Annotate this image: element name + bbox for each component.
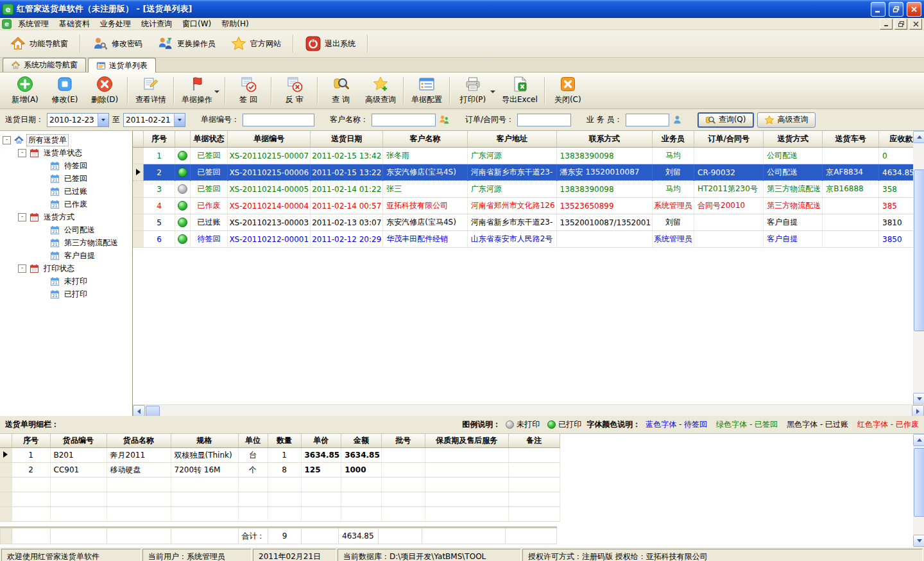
column-header[interactable]: 单据编号 bbox=[228, 131, 311, 148]
order-row[interactable]: 3已签回XS-20110214-000052011-02-14 01:22张三广… bbox=[133, 181, 924, 198]
scroll-down-button[interactable] bbox=[913, 393, 924, 405]
dropdown-arrow-icon[interactable] bbox=[490, 86, 497, 95]
menu-item[interactable]: 窗口(W) bbox=[177, 18, 216, 30]
column-header[interactable]: 规格 bbox=[171, 434, 238, 448]
toolbar-button[interactable]: 反 审 bbox=[275, 74, 314, 107]
column-header[interactable]: 送货方式 bbox=[764, 131, 823, 148]
tree-item[interactable]: 21已签回 bbox=[0, 172, 132, 185]
tree-expander-icon[interactable]: - bbox=[18, 264, 26, 273]
menu-item[interactable]: 帮助(H) bbox=[216, 18, 253, 30]
column-header[interactable]: 序号 bbox=[12, 434, 50, 448]
column-header[interactable]: 批号 bbox=[381, 434, 425, 448]
date-from-value[interactable] bbox=[47, 114, 98, 126]
quickbar-button[interactable]: 功能导航窗 bbox=[4, 33, 74, 55]
toolbar-button[interactable]: 单据配置 bbox=[407, 74, 447, 107]
column-header[interactable]: 客户地址 bbox=[467, 131, 556, 148]
query-button[interactable]: 查询(Q) bbox=[697, 112, 754, 128]
column-header[interactable]: 订单/合同号 bbox=[694, 131, 764, 148]
tree-expander-icon[interactable]: - bbox=[3, 136, 11, 144]
menu-item[interactable]: 业务处理 bbox=[95, 18, 136, 30]
order-input[interactable] bbox=[517, 114, 571, 126]
toolbar-button[interactable]: 查看详情 bbox=[131, 74, 171, 107]
toolbar-button[interactable]: 查 询 bbox=[321, 74, 361, 107]
scroll-thumb[interactable] bbox=[914, 169, 924, 331]
tree-expander-icon[interactable]: - bbox=[18, 213, 26, 221]
toolbar-button[interactable]: 导出Excel bbox=[498, 74, 542, 107]
tree-item[interactable]: 21已过账 bbox=[0, 185, 132, 198]
mdi-restore-button[interactable] bbox=[894, 19, 907, 30]
close-button[interactable] bbox=[907, 2, 921, 17]
scroll-track[interactable] bbox=[913, 143, 924, 393]
quickbar-button[interactable]: 官方网站 bbox=[225, 33, 287, 55]
column-header[interactable]: 货品编号 bbox=[50, 434, 107, 448]
column-header[interactable]: 业务员 bbox=[653, 131, 694, 148]
docno-input[interactable] bbox=[243, 114, 314, 126]
scroll-thumb[interactable] bbox=[914, 448, 924, 517]
quickbar-button[interactable]: 退出系统 bbox=[299, 33, 362, 55]
column-header[interactable]: 客户名称 bbox=[383, 131, 467, 148]
vertical-scrollbar[interactable] bbox=[913, 131, 924, 405]
column-header[interactable]: 保质期及售后服务 bbox=[425, 434, 508, 448]
date-to-value[interactable] bbox=[124, 114, 174, 126]
toolbar-button[interactable]: 高级查询 bbox=[361, 74, 400, 107]
order-row[interactable]: 2已签回XS-20110215-000062011-02-15 13:22东安汽… bbox=[133, 164, 924, 181]
column-header[interactable]: 联系方式 bbox=[556, 131, 652, 148]
toolbar-button[interactable]: 关闭(C) bbox=[548, 74, 588, 107]
toolbar-button[interactable]: 打印(P) bbox=[453, 74, 493, 107]
order-row[interactable]: 6待签回XS-20110212-000012011-02-12 20:29华茂丰… bbox=[133, 231, 924, 248]
detail-row[interactable] bbox=[0, 478, 560, 492]
menu-item[interactable]: 基础资料 bbox=[54, 18, 95, 30]
detail-vertical-scrollbar[interactable] bbox=[913, 434, 924, 547]
toolbar-button[interactable]: 单据操作 bbox=[177, 74, 217, 107]
tree-expander-icon[interactable]: - bbox=[18, 149, 26, 157]
scroll-thumb[interactable] bbox=[146, 406, 160, 416]
column-header[interactable]: 单位 bbox=[238, 434, 268, 448]
salesman-picker-icon[interactable] bbox=[672, 115, 682, 125]
tree-item[interactable]: 21第三方物流配送 bbox=[0, 236, 132, 249]
tree-item[interactable]: 21客户自提 bbox=[0, 249, 132, 262]
scroll-right-button[interactable] bbox=[912, 405, 924, 416]
tree-item[interactable]: -所有送货单 bbox=[0, 134, 132, 146]
tree-item[interactable]: 21已作废 bbox=[0, 198, 132, 211]
scroll-track[interactable] bbox=[160, 405, 912, 416]
dropdown-arrow-icon[interactable] bbox=[214, 86, 221, 95]
adv-query-button[interactable]: 高级查询 bbox=[757, 112, 816, 128]
column-header[interactable]: 备注 bbox=[508, 434, 560, 448]
scroll-left-button[interactable] bbox=[133, 405, 145, 416]
scroll-down-button[interactable] bbox=[913, 535, 924, 547]
detail-row[interactable]: 2CC901移动硬盘7200转 16M个81251000 bbox=[0, 463, 560, 478]
chevron-down-icon[interactable] bbox=[174, 114, 185, 126]
toolbar-button[interactable]: 签 回 bbox=[228, 74, 268, 107]
tree-item[interactable]: 21已打印 bbox=[0, 288, 132, 300]
column-header[interactable]: 送货车号 bbox=[823, 131, 879, 148]
order-row[interactable]: 1已签回XS-20110215-000072011-02-15 13:42张冬雨… bbox=[133, 148, 924, 164]
column-header[interactable]: 单价 bbox=[301, 434, 341, 448]
customer-picker-icon[interactable] bbox=[439, 114, 450, 125]
detail-row[interactable]: 1B201奔月2011双核独显(Think)台13634.853634.85 bbox=[0, 448, 560, 463]
menu-item[interactable]: 系统管理 bbox=[13, 18, 54, 30]
tree-item[interactable]: 21待签回 bbox=[0, 159, 132, 172]
detail-row[interactable] bbox=[0, 507, 560, 522]
scroll-track[interactable] bbox=[913, 446, 924, 535]
quickbar-button[interactable]: 修改密码 bbox=[86, 33, 149, 55]
minimize-button[interactable] bbox=[871, 2, 886, 17]
tree-item[interactable]: -打印状态 bbox=[0, 262, 132, 275]
tab-delivery-list[interactable]: 送货单列表 bbox=[88, 58, 156, 73]
column-header[interactable]: 货品名称 bbox=[107, 434, 171, 448]
column-header[interactable]: 金额 bbox=[341, 434, 382, 448]
column-header[interactable]: 序号 bbox=[144, 131, 175, 148]
salesman-input[interactable] bbox=[626, 114, 669, 126]
menu-item[interactable]: 统计查询 bbox=[136, 18, 177, 30]
toolbar-button[interactable]: 修改(E) bbox=[45, 74, 85, 107]
tree-item[interactable]: 21公司配送 bbox=[0, 223, 132, 236]
tree-item[interactable]: 21未打印 bbox=[0, 275, 132, 288]
toolbar-button[interactable]: 删除(D) bbox=[85, 74, 124, 107]
tree-item[interactable]: -送货方式 bbox=[0, 211, 132, 223]
scroll-up-button[interactable] bbox=[913, 131, 924, 143]
column-header[interactable]: 数量 bbox=[268, 434, 301, 448]
quickbar-button[interactable]: 更换操作员 bbox=[151, 33, 222, 55]
customer-input[interactable] bbox=[372, 114, 436, 126]
horizontal-scrollbar[interactable] bbox=[133, 404, 924, 416]
toolbar-button[interactable]: 新增(A) bbox=[5, 74, 45, 107]
detail-row[interactable] bbox=[0, 492, 560, 507]
